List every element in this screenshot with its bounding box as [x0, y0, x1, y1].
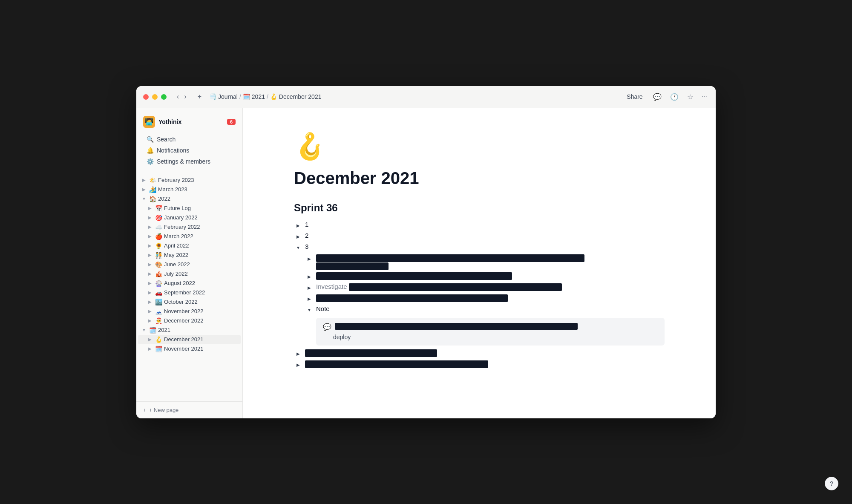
breadcrumb-journal[interactable]: 🗒️ Journal — [209, 93, 238, 100]
maximize-button[interactable] — [161, 94, 167, 100]
more-button[interactable]: ··· — [700, 91, 709, 102]
tree-item-oct2022[interactable]: ▶ 🏙️ October 2022 — [138, 297, 241, 307]
tree-item-apr2022[interactable]: ▶ 🌻 April 2022 — [138, 241, 241, 251]
comment-button[interactable]: 💬 — [651, 91, 663, 103]
toggle-arrow-note[interactable]: ▼ — [305, 306, 314, 314]
redacted-block — [305, 360, 488, 368]
history-button[interactable]: 🕐 — [668, 91, 680, 103]
titlebar: ‹ › + 🗒️ Journal / 🗓️ 2021 / 🪝 December … — [136, 86, 716, 108]
breadcrumb-sep-1: / — [239, 93, 241, 100]
tree-item-feb2023[interactable]: ▶ 🌤️ February 2023 — [138, 176, 241, 185]
breadcrumb-sep-2: / — [267, 93, 268, 100]
toggle-arrow-sub4[interactable]: ▶ — [305, 295, 314, 303]
note-header: 💬 — [323, 323, 658, 331]
toggle-sub3-content: Investigate — [316, 283, 665, 291]
toggle-arrow-sub2[interactable]: ▶ — [305, 273, 314, 281]
sidebar-item-notifications[interactable]: 🔔 Notifications — [143, 145, 236, 156]
tree-item-jan2022[interactable]: ▶ 🎯 January 2022 — [138, 213, 241, 222]
forward-button[interactable]: › — [182, 92, 188, 101]
chevron-icon: ▶ — [147, 242, 153, 249]
chevron-icon: ▶ — [147, 289, 153, 296]
toggle-sub-2: ▶ — [305, 272, 665, 281]
app-window: ‹ › + 🗒️ Journal / 🗓️ 2021 / 🪝 December … — [136, 86, 716, 418]
toggle-arrow-b1[interactable]: ▶ — [294, 350, 302, 358]
toggle-sub2-content — [316, 272, 665, 280]
toggle-label-2: 2 — [305, 232, 665, 239]
chevron-icon: ▶ — [147, 271, 153, 277]
tree-item-nov2022[interactable]: ▶ 🗻 November 2022 — [138, 307, 241, 316]
toggle-bottom-2: ▶ — [294, 360, 665, 369]
toggle-arrow-3[interactable]: ▼ — [294, 244, 302, 252]
tree-item-mar2022[interactable]: ▶ 🍎 March 2022 — [138, 232, 241, 241]
workspace-header[interactable]: 🧑‍💻 Yothinix 6 — [140, 113, 239, 130]
chevron-icon: ▶ — [147, 336, 153, 343]
toggle-sub-3: ▶ Investigate — [305, 283, 665, 292]
tree-item-may2022[interactable]: ▶ 🧑‍🤝‍🧑 May 2022 — [138, 251, 241, 260]
note-deploy-text: deploy — [323, 334, 658, 340]
chevron-icon: ▶ — [141, 186, 147, 193]
toggle-sub-1: ▶ — [305, 254, 665, 270]
breadcrumb-2021[interactable]: 🗓️ 2021 — [243, 93, 265, 100]
help-button[interactable]: ? — [825, 477, 838, 490]
toggle-children-3: ▶ ▶ ▶ — [294, 254, 665, 346]
notification-badge: 6 — [227, 119, 236, 125]
calendar-icon: 🗓️ — [243, 93, 250, 100]
toggle-sub1-content — [316, 254, 665, 270]
favorite-button[interactable]: ☆ — [685, 91, 695, 103]
gear-icon: ⚙️ — [147, 158, 153, 165]
redacted-block — [316, 254, 584, 262]
sidebar-tree: ▶ 🌤️ February 2023 ▶ 🏄 March 2023 ▼ 🏠 20… — [136, 172, 242, 401]
sidebar-item-search[interactable]: 🔍 Search — [143, 134, 236, 145]
toggle-arrow-sub1[interactable]: ▶ — [305, 255, 314, 263]
main-content: 🧑‍💻 Yothinix 6 🔍 Search 🔔 Notifications … — [136, 108, 716, 418]
chevron-icon: ▶ — [141, 177, 147, 184]
chevron-icon: ▶ — [147, 346, 153, 352]
tree-item-mar2023[interactable]: ▶ 🏄 March 2023 — [138, 185, 241, 194]
breadcrumb-dec2021[interactable]: 🪝 December 2021 — [270, 93, 322, 100]
toggle-sub-4: ▶ — [305, 294, 665, 303]
tree-item-futurelog[interactable]: ▶ 📅 Future Log — [138, 204, 241, 213]
page-icon: 🪝 — [294, 134, 665, 159]
redacted-block — [349, 283, 562, 291]
tree-item-jun2022[interactable]: ▶ 🎨 June 2022 — [138, 260, 241, 269]
tree-item-sep2022[interactable]: ▶ 🚗 September 2022 — [138, 288, 241, 297]
back-button[interactable]: ‹ — [175, 92, 181, 101]
tree-item-2021[interactable]: ▼ 🗓️ 2021 — [138, 325, 241, 335]
page-title: December 2021 — [294, 168, 665, 188]
tree-item-aug2022[interactable]: ▶ 🎡 August 2022 — [138, 279, 241, 288]
chevron-icon: ▶ — [147, 205, 153, 212]
chevron-icon: ▶ — [147, 299, 153, 305]
tree-item-2022[interactable]: ▼ 🏠 2022 — [138, 194, 241, 204]
toggle-note-label: Note — [316, 305, 665, 312]
toggle-arrow-2[interactable]: ▶ — [294, 233, 302, 241]
chevron-icon: ▶ — [147, 317, 153, 324]
chevron-down-icon: ▼ — [141, 327, 147, 334]
share-button[interactable]: Share — [623, 92, 646, 102]
toggle-arrow-b2[interactable]: ▶ — [294, 361, 302, 369]
bell-icon: 🔔 — [147, 147, 153, 154]
workspace-avatar: 🧑‍💻 — [143, 116, 155, 128]
toggle-sub4-content — [316, 294, 665, 302]
chevron-icon: ▶ — [147, 224, 153, 230]
tree-item-jul2022[interactable]: ▶ 🎪 July 2022 — [138, 269, 241, 279]
toggle-b1-content — [305, 349, 665, 357]
note-redacted-content — [335, 323, 578, 330]
section-heading-sprint: Sprint 36 — [294, 202, 665, 214]
toggle-bottom-1: ▶ — [294, 349, 665, 358]
content-area: 🪝 December 2021 Sprint 36 ▶ 1 ▶ 2 ▼ 3 — [243, 108, 716, 418]
toggle-arrow-1[interactable]: ▶ — [294, 222, 302, 230]
chevron-icon: ▶ — [147, 252, 153, 259]
toggle-arrow-sub3[interactable]: ▶ — [305, 284, 314, 292]
strikethrough-text: Investigate — [316, 283, 347, 290]
add-page-button[interactable]: + — [195, 92, 204, 101]
close-button[interactable] — [143, 94, 149, 100]
tree-item-dec2021[interactable]: ▶ 🪝 December 2021 — [138, 335, 241, 344]
tree-item-feb2022[interactable]: ▶ ☁️ February 2022 — [138, 222, 241, 232]
new-page-button[interactable]: + + New page — [141, 405, 237, 415]
sidebar-item-settings[interactable]: ⚙️ Settings & members — [143, 156, 236, 167]
workspace-name: Yothinix — [158, 118, 224, 125]
minimize-button[interactable] — [152, 94, 158, 100]
redacted-block — [305, 349, 437, 357]
tree-item-nov2021[interactable]: ▶ 🗓️ November 2021 — [138, 344, 241, 354]
tree-item-dec2022[interactable]: ▶ 🧑‍🎄 December 2022 — [138, 316, 241, 325]
